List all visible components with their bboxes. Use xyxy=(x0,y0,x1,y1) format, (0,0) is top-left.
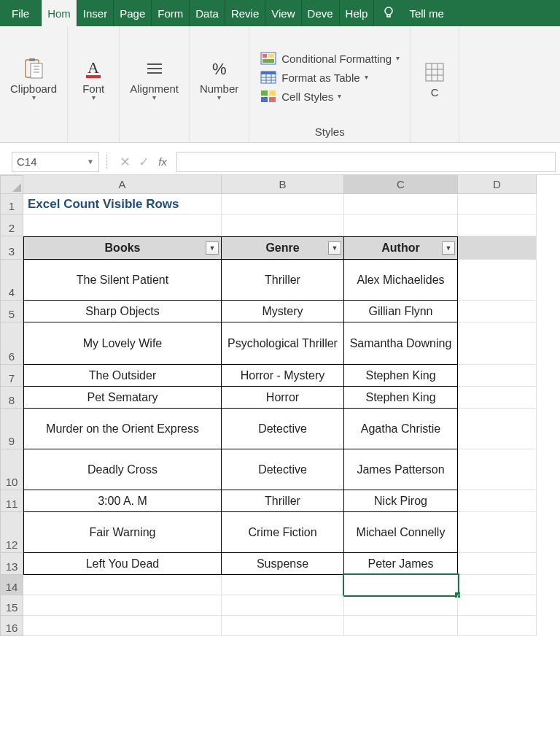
table-header-books[interactable]: Books ▼ xyxy=(23,236,222,260)
table-cell[interactable]: 3:00 A. M xyxy=(23,490,222,512)
table-cell[interactable]: Detective xyxy=(222,409,344,449)
table-cell[interactable]: Stephen King xyxy=(344,387,458,409)
table-cell[interactable]: Pet Sematary xyxy=(23,387,222,409)
cells-area[interactable]: Excel Count Visible Rows Books ▼ Genre xyxy=(23,194,537,636)
cell[interactable] xyxy=(458,387,537,409)
column-header-B[interactable]: B xyxy=(222,175,344,194)
cell[interactable] xyxy=(458,616,537,636)
cell[interactable] xyxy=(344,595,458,616)
font-button[interactable]: A Font ▾ xyxy=(74,52,113,104)
row-header[interactable]: 11 xyxy=(0,490,23,512)
name-box[interactable]: C14 ▼ xyxy=(12,152,99,172)
column-header-A[interactable]: A xyxy=(23,175,222,194)
row-header[interactable]: 1 xyxy=(0,194,23,214)
cell[interactable] xyxy=(458,595,537,616)
cell[interactable] xyxy=(458,409,537,449)
table-cell[interactable]: Michael Connelly xyxy=(344,512,458,553)
cell[interactable] xyxy=(458,194,537,214)
cell[interactable] xyxy=(222,575,344,595)
table-cell[interactable]: Psychological Thriller xyxy=(222,322,344,365)
cell[interactable] xyxy=(222,214,344,236)
tell-me-search[interactable]: Tell me xyxy=(403,7,450,20)
table-cell[interactable]: Thriller xyxy=(222,490,344,512)
number-button[interactable]: % Number ▾ xyxy=(195,52,243,104)
format-as-table-button[interactable]: Format as Table ▾ xyxy=(260,70,400,85)
table-cell[interactable]: Stephen King xyxy=(344,365,458,387)
cell-styles-button[interactable]: Cell Styles ▾ xyxy=(260,89,400,104)
cell[interactable] xyxy=(458,575,537,595)
row-header[interactable]: 2 xyxy=(0,214,23,236)
formula-input[interactable] xyxy=(176,152,556,172)
table-header-genre[interactable]: Genre ▼ xyxy=(222,236,344,260)
table-cell[interactable]: The Outsider xyxy=(23,365,222,387)
tab-insert[interactable]: Inser xyxy=(77,0,114,26)
table-cell[interactable]: The Silent Patient xyxy=(23,260,222,301)
row-header[interactable]: 13 xyxy=(0,553,23,575)
sheet-title[interactable]: Excel Count Visible Rows xyxy=(23,194,222,214)
cell[interactable] xyxy=(344,214,458,236)
table-cell[interactable]: Deadly Cross xyxy=(23,449,222,490)
cancel-formula-button[interactable]: ✕ xyxy=(115,154,134,170)
cell[interactable] xyxy=(222,616,344,636)
cell[interactable] xyxy=(458,322,537,365)
row-header[interactable]: 16 xyxy=(0,616,23,636)
cell[interactable] xyxy=(458,490,537,512)
tab-view[interactable]: View xyxy=(265,0,301,26)
paste-button[interactable]: Clipboard ▾ xyxy=(6,52,61,104)
tab-page-layout[interactable]: Page xyxy=(114,0,152,26)
table-header-author[interactable]: Author ▼ xyxy=(344,236,458,260)
row-header[interactable]: 4 xyxy=(0,260,23,301)
table-cell[interactable]: Mystery xyxy=(222,301,344,322)
enter-formula-button[interactable]: ✓ xyxy=(134,154,153,170)
table-cell[interactable]: My Lovely Wife xyxy=(23,322,222,365)
column-header-C[interactable]: C xyxy=(344,175,458,194)
lightbulb-icon[interactable] xyxy=(381,5,396,22)
cell[interactable] xyxy=(458,236,537,260)
row-header[interactable]: 10 xyxy=(0,449,23,490)
row-header[interactable]: 9 xyxy=(0,409,23,449)
table-cell[interactable]: Fair Warning xyxy=(23,512,222,553)
filter-button[interactable]: ▼ xyxy=(328,241,341,255)
tab-file[interactable]: File xyxy=(0,0,42,26)
cell[interactable] xyxy=(344,194,458,214)
cell[interactable] xyxy=(458,553,537,575)
table-cell[interactable]: Sharp Objects xyxy=(23,301,222,322)
tab-data[interactable]: Data xyxy=(190,0,225,26)
table-cell[interactable]: Horror xyxy=(222,387,344,409)
tab-formulas[interactable]: Form xyxy=(152,0,190,26)
tab-home[interactable]: Hom xyxy=(42,0,77,26)
filter-button[interactable]: ▼ xyxy=(442,241,455,255)
active-cell[interactable] xyxy=(344,575,458,595)
table-cell[interactable]: Horror - Mystery xyxy=(222,365,344,387)
table-cell[interactable]: Suspense xyxy=(222,553,344,575)
cells-button[interactable]: C xyxy=(415,55,454,101)
table-cell[interactable]: Agatha Christie xyxy=(344,409,458,449)
table-cell[interactable]: Nick Pirog xyxy=(344,490,458,512)
row-header[interactable]: 15 xyxy=(0,595,23,616)
filter-button[interactable]: ▼ xyxy=(206,241,219,255)
cell[interactable] xyxy=(23,575,222,595)
cell[interactable] xyxy=(458,449,537,490)
cell[interactable] xyxy=(222,595,344,616)
row-header[interactable]: 8 xyxy=(0,387,23,409)
table-cell[interactable]: Gillian Flynn xyxy=(344,301,458,322)
cell[interactable] xyxy=(23,616,222,636)
alignment-button[interactable]: Alignment ▾ xyxy=(125,52,183,104)
row-header[interactable]: 14 xyxy=(0,575,23,595)
chevron-down-icon[interactable]: ▼ xyxy=(87,158,94,166)
table-cell[interactable]: Detective xyxy=(222,449,344,490)
cell[interactable] xyxy=(458,512,537,553)
cell[interactable] xyxy=(458,214,537,236)
table-cell[interactable]: Murder on the Orient Express xyxy=(23,409,222,449)
cell[interactable] xyxy=(344,616,458,636)
table-cell[interactable]: Samantha Downing xyxy=(344,322,458,365)
table-cell[interactable]: Thriller xyxy=(222,260,344,301)
table-cell[interactable]: James Patterson xyxy=(344,449,458,490)
cell[interactable] xyxy=(222,194,344,214)
table-cell[interactable]: Alex Michaelides xyxy=(344,260,458,301)
tab-developer[interactable]: Deve xyxy=(302,0,340,26)
row-header[interactable]: 5 xyxy=(0,301,23,322)
conditional-formatting-button[interactable]: Conditional Formatting ▾ xyxy=(260,51,400,66)
tab-help[interactable]: Help xyxy=(340,0,375,26)
cell[interactable] xyxy=(458,260,537,301)
